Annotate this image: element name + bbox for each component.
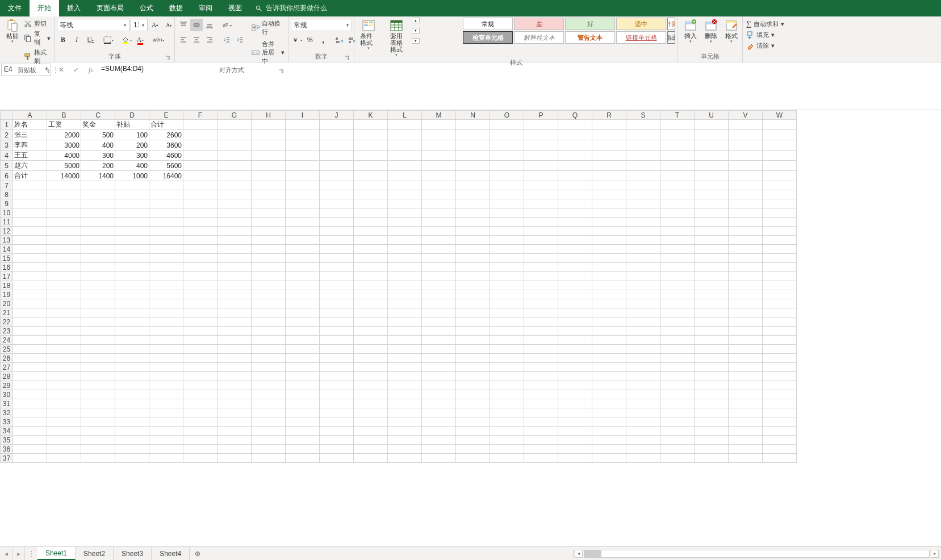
tab-file[interactable]: 文件 bbox=[0, 0, 30, 16]
cell-K20[interactable] bbox=[354, 299, 388, 308]
cell-T26[interactable] bbox=[660, 354, 695, 363]
cell-H22[interactable] bbox=[252, 317, 286, 327]
row-header-18[interactable]: 18 bbox=[1, 281, 13, 290]
cell-L2[interactable] bbox=[388, 130, 422, 140]
cell-E27[interactable] bbox=[149, 363, 183, 372]
cell-B19[interactable] bbox=[47, 290, 81, 299]
cell-F28[interactable] bbox=[183, 372, 218, 381]
cell-I14[interactable] bbox=[286, 245, 320, 254]
cell-Q9[interactable] bbox=[558, 199, 592, 208]
cell-K27[interactable] bbox=[354, 363, 388, 372]
cell-T27[interactable] bbox=[660, 363, 695, 372]
cell-M37[interactable] bbox=[422, 454, 456, 463]
add-sheet-button[interactable]: ⊕ bbox=[190, 547, 206, 560]
cell-F4[interactable] bbox=[183, 151, 218, 161]
sheet-tab-sheet3[interactable]: Sheet3 bbox=[114, 547, 152, 560]
cell-R11[interactable] bbox=[592, 218, 626, 227]
italic-button[interactable]: I bbox=[70, 34, 83, 46]
cell-W2[interactable] bbox=[763, 130, 797, 140]
cell-V4[interactable] bbox=[729, 151, 763, 161]
cell-R29[interactable] bbox=[592, 381, 626, 390]
cell-V10[interactable] bbox=[729, 208, 763, 218]
increase-decimal-button[interactable]: .0.00 bbox=[333, 34, 345, 46]
cell-N12[interactable] bbox=[456, 227, 490, 236]
cell-P12[interactable] bbox=[524, 227, 558, 236]
cell-U9[interactable] bbox=[695, 199, 729, 208]
cell-A12[interactable] bbox=[13, 227, 47, 236]
cell-M5[interactable] bbox=[422, 161, 456, 171]
cell-U21[interactable] bbox=[695, 308, 729, 317]
column-header-P[interactable]: P bbox=[524, 111, 558, 120]
cell-N33[interactable] bbox=[456, 417, 490, 427]
cell-K18[interactable] bbox=[354, 281, 388, 290]
cell-O17[interactable] bbox=[490, 272, 524, 281]
cell-M25[interactable] bbox=[422, 345, 456, 354]
cell-Q6[interactable] bbox=[558, 171, 592, 181]
cell-F7[interactable] bbox=[183, 181, 218, 190]
tab-review[interactable]: 审阅 bbox=[191, 0, 220, 16]
cell-style-5[interactable]: 检查单元格 bbox=[463, 31, 513, 44]
cell-K9[interactable] bbox=[354, 199, 388, 208]
cell-R10[interactable] bbox=[592, 208, 626, 218]
column-header-B[interactable]: B bbox=[47, 111, 81, 120]
cell-V24[interactable] bbox=[729, 336, 763, 345]
cell-I21[interactable] bbox=[286, 308, 320, 317]
cell-C29[interactable] bbox=[81, 381, 115, 390]
cell-T3[interactable] bbox=[660, 140, 695, 151]
cell-F34[interactable] bbox=[183, 427, 218, 436]
cell-U22[interactable] bbox=[695, 317, 729, 327]
cell-D32[interactable] bbox=[115, 408, 149, 417]
cell-F24[interactable] bbox=[183, 336, 218, 345]
cell-Q20[interactable] bbox=[558, 299, 592, 308]
cell-B2[interactable]: 2000 bbox=[47, 130, 81, 140]
cell-W4[interactable] bbox=[763, 151, 797, 161]
sheet-nav-next-button[interactable]: ▸ bbox=[12, 547, 25, 560]
row-header-8[interactable]: 8 bbox=[1, 190, 13, 199]
cell-H4[interactable] bbox=[252, 151, 286, 161]
cell-D1[interactable]: 补贴 bbox=[115, 120, 149, 130]
cell-Q23[interactable] bbox=[558, 327, 592, 336]
cell-O35[interactable] bbox=[490, 436, 524, 445]
cell-J13[interactable] bbox=[320, 236, 354, 245]
cell-D19[interactable] bbox=[115, 290, 149, 299]
cell-K6[interactable] bbox=[354, 171, 388, 181]
cell-G4[interactable] bbox=[218, 151, 252, 161]
cell-U28[interactable] bbox=[695, 372, 729, 381]
cell-O33[interactable] bbox=[490, 417, 524, 427]
cell-V3[interactable] bbox=[729, 140, 763, 151]
cell-H8[interactable] bbox=[252, 190, 286, 199]
cell-Q22[interactable] bbox=[558, 317, 592, 327]
cell-V13[interactable] bbox=[729, 236, 763, 245]
cell-O37[interactable] bbox=[490, 454, 524, 463]
row-header-5[interactable]: 5 bbox=[1, 161, 13, 171]
cell-V19[interactable] bbox=[729, 290, 763, 299]
cell-G16[interactable] bbox=[218, 263, 252, 272]
cell-E28[interactable] bbox=[149, 372, 183, 381]
cell-G8[interactable] bbox=[218, 190, 252, 199]
cell-W35[interactable] bbox=[763, 436, 797, 445]
cell-S16[interactable] bbox=[626, 263, 660, 272]
cell-F6[interactable] bbox=[183, 171, 218, 181]
cell-W18[interactable] bbox=[763, 281, 797, 290]
cell-J18[interactable] bbox=[320, 281, 354, 290]
cell-M17[interactable] bbox=[422, 272, 456, 281]
row-header-4[interactable]: 4 bbox=[1, 151, 13, 161]
cell-C36[interactable] bbox=[81, 445, 115, 454]
cell-Q3[interactable] bbox=[558, 140, 592, 151]
format-painter-button[interactable]: 格式刷 bbox=[23, 48, 52, 66]
merge-center-button[interactable]: 合并后居中▾ bbox=[250, 39, 286, 66]
paste-button[interactable]: 粘贴 ▾ bbox=[2, 18, 23, 45]
cell-V36[interactable] bbox=[729, 445, 763, 454]
cell-K11[interactable] bbox=[354, 218, 388, 227]
cell-T6[interactable] bbox=[660, 171, 695, 181]
row-header-24[interactable]: 24 bbox=[1, 336, 13, 345]
row-header-27[interactable]: 27 bbox=[1, 363, 13, 372]
cell-J17[interactable] bbox=[320, 272, 354, 281]
align-bottom-button[interactable] bbox=[203, 19, 216, 31]
cell-O5[interactable] bbox=[490, 161, 524, 171]
cell-E18[interactable] bbox=[149, 281, 183, 290]
cell-B6[interactable]: 14000 bbox=[47, 171, 81, 181]
cell-H34[interactable] bbox=[252, 427, 286, 436]
cell-D36[interactable] bbox=[115, 445, 149, 454]
cell-U24[interactable] bbox=[695, 336, 729, 345]
